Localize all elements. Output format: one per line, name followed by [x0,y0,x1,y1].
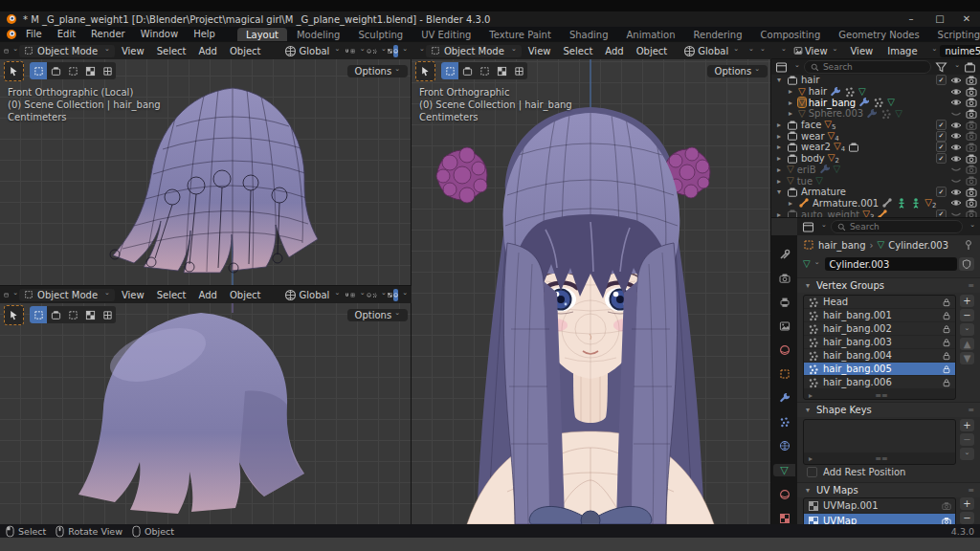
outliner-row-tue[interactable]: ▽ tue ▽ [771,175,980,187]
tab-world[interactable] [776,344,793,356]
shape-key-specials-button[interactable] [960,448,974,460]
tab-tool[interactable] [776,249,793,260]
hide-eye-icon[interactable] [950,86,962,98]
object-menu[interactable]: Object [631,46,674,56]
lock-icon[interactable] [942,364,951,374]
vertex-group-row[interactable]: hair_bang.001 [804,309,955,322]
modifier-wrench-icon[interactable] [830,86,841,98]
viewport-bottom-left[interactable]: Object Mode View Select Add Object Globa… [0,286,412,524]
hide-eye-icon[interactable] [950,75,962,86]
select-menu[interactable]: Select [151,46,192,56]
select-tool-button[interactable] [415,61,435,81]
move-down-button[interactable]: ▼ [960,352,974,364]
render-camera-icon[interactable] [966,97,977,108]
tab-view-layer[interactable] [776,320,793,332]
collection-checkbox[interactable] [936,120,947,130]
tab-rendering[interactable]: Rendering [684,28,750,42]
options-button[interactable]: Options [707,65,768,77]
outliner-row-wear[interactable]: wear ▽4 [771,130,980,142]
outliner-row-wear2[interactable]: wear2 ▽4 [771,142,980,153]
tab-geometry-nodes[interactable]: Geometry Nodes [830,28,927,42]
viewport-center[interactable]: Object Mode View Select Add Object Globa… [412,42,771,524]
hide-eye-icon[interactable] [950,197,962,209]
select-tool-button[interactable] [4,61,24,81]
remove-uv-map-button[interactable]: − [960,512,974,524]
camera-icon[interactable] [942,501,951,511]
select-extend-button[interactable] [458,62,476,79]
move-up-button[interactable]: ▲ [960,338,974,350]
collection-checkbox[interactable] [936,131,947,142]
tab-shading[interactable]: Shading [561,28,617,42]
lock-icon[interactable] [942,378,951,387]
select-new-button[interactable] [441,62,458,79]
select-tool-button[interactable] [4,305,24,325]
outliner-row-face[interactable]: face ▽5 [771,120,980,131]
breadcrumb-object[interactable]: hair_bang [818,240,866,251]
mode-selector[interactable]: Object Mode [19,289,115,301]
outliner-row-sphere-003[interactable]: ▽ Sphere.003 ▽ [771,108,980,120]
shape-keys-panel-header[interactable]: Shape Keys≡ [797,402,980,417]
collection-checkbox[interactable] [936,209,947,218]
maximize-button[interactable]: □ [926,10,953,27]
hide-eye-icon[interactable] [950,97,962,108]
select-extend-button[interactable] [47,62,64,79]
datablock-name-input[interactable]: Cylinder.003 [825,257,957,271]
modifier-wrench-icon[interactable] [866,108,878,120]
snap-magnet-icon[interactable] [345,289,349,301]
menu-edit[interactable]: Edit [51,27,82,42]
select-intersect-button[interactable] [99,306,116,323]
view-menu[interactable]: View [116,290,150,300]
object-menu[interactable]: Object [224,290,267,300]
render-camera-icon[interactable] [966,187,977,198]
render-camera-icon[interactable] [966,209,977,218]
render-camera-icon[interactable] [966,86,977,98]
add-vertex-group-button[interactable]: + [960,295,974,307]
display-mode-icon[interactable] [775,61,788,74]
tab-texture[interactable] [776,513,793,524]
breadcrumb-data[interactable]: Cylinder.003 [888,240,948,251]
outliner-row-hair-bang[interactable]: ▽ hair_bang ▽ [771,97,980,108]
add-menu[interactable]: Add [599,46,629,56]
add-uv-map-button[interactable]: + [960,497,974,510]
modifier-wrench-icon[interactable] [858,97,870,108]
hide-eye-icon[interactable] [950,142,962,153]
add-rest-position-row[interactable]: Add Rest Position [807,467,905,477]
select-subtract-button[interactable] [64,62,81,79]
hide-eye-icon[interactable] [950,153,962,165]
select-menu[interactable]: Select [151,290,192,300]
select-extend-button[interactable] [47,306,64,323]
xray-icon[interactable] [388,289,392,301]
select-menu[interactable]: Select [557,46,598,56]
menu-help[interactable]: Help [187,27,222,42]
render-camera-icon[interactable] [966,164,977,175]
vertex-group-row[interactable]: hair_bang.004 [804,349,955,363]
view-menu[interactable]: View [116,46,150,56]
select-invert-button[interactable] [81,62,99,79]
close-button[interactable]: ✕ [953,10,980,27]
properties-editor-icon[interactable] [802,221,814,233]
tab-compositing[interactable]: Compositing [752,28,830,42]
tab-modifiers[interactable] [776,392,793,404]
tab-render[interactable] [776,273,793,284]
object-menu[interactable]: Object [224,46,267,56]
remove-vertex-group-button[interactable]: − [960,309,974,321]
image-mode-selector[interactable]: View [790,46,842,56]
camera-icon[interactable] [942,517,951,525]
image-image-menu[interactable]: Image [881,46,923,56]
xray-icon[interactable] [388,45,392,57]
tab-object-data[interactable]: ▽ [773,464,795,476]
blender-menu-icon[interactable] [6,29,17,40]
outliner-search[interactable]: Search [804,60,931,74]
select-invert-button[interactable] [81,306,99,323]
proportional-edit-icon[interactable] [350,289,355,301]
mode-selector[interactable]: Object Mode [426,45,522,57]
render-camera-icon[interactable] [966,197,977,209]
overlays-icon[interactable] [372,289,377,301]
options-button[interactable]: Options [347,65,408,77]
image-name-field[interactable]: nuime5_2 2 [940,45,980,57]
hide-eye-closed-icon[interactable] [950,175,962,187]
transform-orientation[interactable]: Global [679,45,743,57]
uv-map-row[interactable]: UVMap.001 [804,498,955,514]
lock-icon[interactable] [942,324,951,334]
transform-orientation[interactable]: Global [280,289,344,301]
